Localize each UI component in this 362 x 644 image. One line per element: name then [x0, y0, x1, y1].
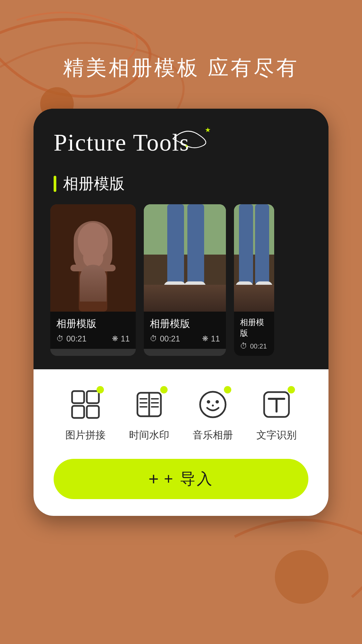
svg-rect-14 — [164, 281, 186, 295]
section-bar — [54, 176, 56, 192]
import-button-label: + 导入 — [164, 469, 214, 489]
clock-icon-2: ⏱ — [150, 334, 157, 343]
album-name-3: 相册模版 — [240, 317, 268, 338]
album-meta-2: ⏱ 00:21 ❋ 11 — [150, 334, 220, 343]
import-plus-icon: + — [148, 469, 159, 489]
svg-point-41 — [212, 405, 214, 407]
album-card-1[interactable]: 相册模版 ⏱ 00:21 ❋ 11 — [50, 204, 136, 356]
grid-icon — [70, 389, 101, 420]
layers-icon-2: ❋ — [202, 334, 208, 343]
tool-dot-music — [224, 386, 231, 393]
stamp-icon — [134, 389, 164, 420]
tool-label-ocr: 文字识别 — [256, 428, 297, 442]
phone-card: Picture Tools ★ ★ 相册模版 — [34, 109, 328, 516]
svg-point-17 — [180, 297, 189, 306]
tool-label-watermark: 时间水印 — [129, 428, 169, 442]
dark-section: Picture Tools ★ ★ 相册模版 — [34, 109, 328, 369]
svg-point-7 — [78, 223, 108, 260]
tool-music-album[interactable]: 音乐相册 — [193, 386, 233, 442]
forest-svg — [144, 204, 226, 312]
tool-label-music: 音乐相册 — [193, 428, 233, 442]
portrait-svg — [50, 204, 136, 312]
album-card-2[interactable]: 相册模版 ⏱ 00:21 ❋ 11 — [144, 204, 226, 356]
album-info-1: 相册模版 ⏱ 00:21 ❋ 11 — [50, 312, 136, 349]
layers-2: ❋ 11 — [202, 334, 220, 343]
svg-rect-12 — [167, 204, 184, 285]
duration-3: ⏱ 00:21 — [240, 342, 267, 351]
smiley-icon — [198, 389, 228, 420]
text-icon — [261, 389, 292, 420]
tool-dot-ocr — [288, 386, 295, 393]
tool-ocr[interactable]: 文字识别 — [256, 386, 297, 442]
svg-rect-11 — [144, 255, 226, 312]
album-name-2: 相册模版 — [150, 317, 220, 331]
layers-1: ❋ 11 — [112, 334, 130, 343]
tool-icon-wrap-watermark — [131, 386, 168, 423]
clock-icon-3: ⏱ — [240, 342, 247, 351]
svg-point-40 — [216, 400, 219, 404]
layers-icon-1: ❋ — [112, 334, 118, 343]
tagline: 精美相册模板 应有尽有 — [63, 54, 299, 82]
svg-rect-24 — [236, 281, 253, 295]
svg-rect-27 — [87, 391, 99, 403]
album-info-2: 相册模版 ⏱ 00:21 ❋ 11 — [144, 312, 226, 349]
tool-collage[interactable]: 图片拼接 — [65, 386, 106, 442]
album-meta-1: ⏱ 00:21 ❋ 11 — [56, 334, 130, 343]
import-button[interactable]: + + 导入 — [54, 459, 308, 499]
svg-rect-22 — [239, 204, 253, 285]
logo-decoration-svg: ★ ★ — [166, 122, 220, 149]
album-thumbnail-1 — [50, 204, 136, 312]
section-title: 相册模版 — [63, 173, 125, 194]
album-card-3[interactable]: 相册模版 ⏱ 00:21 — [234, 204, 274, 356]
duration-text-1: 00:21 — [66, 334, 86, 343]
section-header: 相册模版 — [54, 173, 308, 194]
album-name-1: 相册模版 — [56, 317, 130, 331]
album-info-3: 相册模版 ⏱ 00:21 — [234, 312, 274, 356]
tools-row: 图片拼接 — [54, 386, 308, 442]
layers-text-1: 11 — [121, 334, 130, 343]
svg-rect-15 — [184, 281, 206, 295]
album-meta-3: ⏱ 00:21 — [240, 342, 268, 351]
album-thumbnail-3 — [234, 204, 274, 312]
tool-dot-watermark — [160, 386, 168, 393]
svg-rect-28 — [72, 406, 84, 418]
svg-rect-6 — [79, 268, 107, 312]
layers-text-2: 11 — [211, 334, 220, 343]
duration-2: ⏱ 00:21 — [150, 334, 180, 343]
svg-rect-8 — [70, 265, 116, 271]
svg-text:★: ★ — [205, 126, 211, 133]
page-wrapper: 精美相册模板 应有尽有 Picture Tools ★ ★ 相册模版 — [0, 0, 362, 644]
tool-label-collage: 图片拼接 — [65, 428, 106, 442]
svg-rect-13 — [187, 204, 204, 285]
tool-icon-wrap-music — [194, 386, 231, 423]
forest2-svg — [234, 204, 274, 312]
logo-area: Picture Tools ★ ★ — [54, 129, 190, 157]
album-thumbnail-2 — [144, 204, 226, 312]
duration-text-2: 00:21 — [160, 334, 180, 343]
album-scroll: 相册模版 ⏱ 00:21 ❋ 11 — [50, 204, 312, 356]
tool-dot-collage — [97, 386, 104, 393]
tool-icon-wrap-ocr — [258, 386, 295, 423]
clock-icon-1: ⏱ — [56, 334, 64, 343]
svg-rect-16 — [174, 295, 196, 308]
duration-1: ⏱ 00:21 — [56, 334, 86, 343]
svg-text:★: ★ — [185, 144, 188, 148]
tool-watermark[interactable]: 时间水印 — [129, 386, 169, 442]
svg-point-18 — [182, 299, 187, 304]
tool-icon-wrap-collage — [67, 386, 104, 423]
white-section: 图片拼接 — [34, 369, 328, 516]
svg-rect-26 — [72, 391, 84, 403]
duration-text-3: 00:21 — [250, 342, 267, 350]
svg-rect-29 — [87, 406, 99, 418]
svg-point-39 — [207, 400, 210, 404]
svg-rect-25 — [255, 281, 273, 295]
svg-rect-23 — [255, 204, 269, 285]
svg-rect-4 — [50, 204, 136, 312]
